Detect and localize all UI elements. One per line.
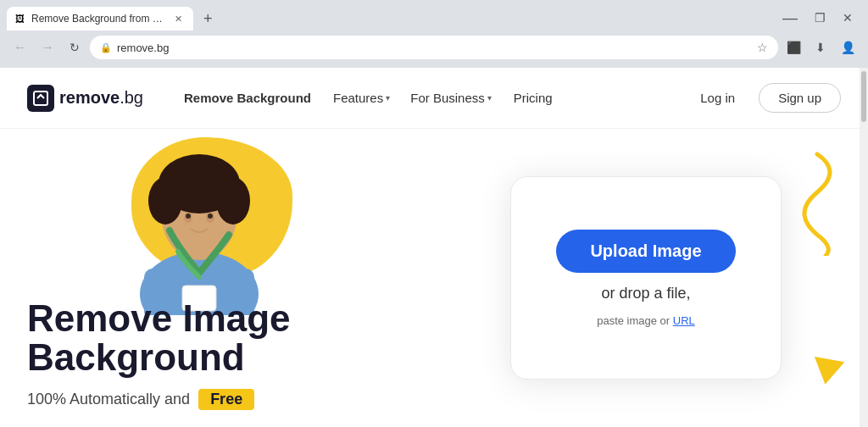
hero-text: Remove Image Background 100% Automatical… xyxy=(27,299,291,410)
bookmark-icon[interactable]: ☆ xyxy=(757,41,768,54)
download-button[interactable]: ⬇ xyxy=(809,36,832,59)
browser-tab[interactable]: 🖼 Remove Background from Ima... ✕ xyxy=(7,7,193,30)
drop-text: or drop a file, xyxy=(601,285,690,302)
new-tab-button[interactable]: + xyxy=(197,7,220,30)
person-image xyxy=(110,129,288,315)
svg-point-8 xyxy=(186,214,191,219)
svg-point-5 xyxy=(216,177,250,225)
free-badge: Free xyxy=(198,389,254,410)
window-controls: — ❐ ✕ xyxy=(774,8,861,27)
forward-button[interactable]: → xyxy=(36,36,59,59)
page-scrollbar[interactable] xyxy=(860,68,868,427)
url-link[interactable]: URL xyxy=(673,314,695,327)
login-button[interactable]: Log in xyxy=(685,84,750,112)
features-chevron-icon: ▾ xyxy=(386,93,390,103)
hero-right: Upload Image or drop a file, paste image… xyxy=(424,129,868,427)
extensions-button[interactable]: ⬛ xyxy=(782,36,805,59)
nav-features[interactable]: Features ▾ xyxy=(325,84,398,112)
hero-title: Remove Image Background xyxy=(27,299,291,377)
back-button[interactable]: ← xyxy=(8,36,32,59)
signup-button[interactable]: Sign up xyxy=(759,83,841,113)
nav-for-business[interactable]: For Business ▾ xyxy=(402,84,500,112)
nav-pricing[interactable]: Pricing xyxy=(504,84,563,112)
hero-left: Remove Image Background 100% Automatical… xyxy=(0,129,424,427)
hero-section: Remove Image Background 100% Automatical… xyxy=(0,129,868,427)
reload-button[interactable]: ↻ xyxy=(63,36,86,59)
url-text: remove.bg xyxy=(117,42,752,54)
person-svg xyxy=(110,129,288,315)
browser-titlebar: 🖼 Remove Background from Ima... ✕ + — ❐ … xyxy=(0,0,868,30)
triangle-decoration xyxy=(810,357,845,387)
maximize-button[interactable]: ❐ xyxy=(806,9,834,26)
drop-sub: paste image or URL xyxy=(597,314,695,327)
navbar: remove.bg Remove Background Features ▾ F… xyxy=(0,68,868,129)
logo-text: remove.bg xyxy=(59,88,143,108)
svg-point-9 xyxy=(208,214,213,219)
squiggle-decoration xyxy=(783,146,851,256)
tab-favicon: 🖼 xyxy=(15,14,25,24)
for-business-chevron-icon: ▾ xyxy=(487,93,492,103)
lock-icon: 🔒 xyxy=(100,42,112,53)
logo-icon xyxy=(27,85,54,112)
profile-button[interactable]: 👤 xyxy=(836,36,860,59)
nav-links: Remove Background Features ▾ For Busines… xyxy=(174,84,685,112)
nav-actions: Log in Sign up xyxy=(685,83,841,113)
tab-close-icon[interactable]: ✕ xyxy=(172,12,185,26)
scrollbar-thumb[interactable] xyxy=(861,71,866,122)
upload-button[interactable]: Upload Image xyxy=(556,230,735,273)
nav-remove-background[interactable]: Remove Background xyxy=(174,84,321,112)
svg-rect-0 xyxy=(34,92,47,105)
address-bar-row: ← → ↻ 🔒 remove.bg ☆ ⬛ ⬇ 👤 xyxy=(0,30,868,68)
minimize-button[interactable]: — xyxy=(774,8,806,27)
address-bar[interactable]: 🔒 remove.bg ☆ xyxy=(90,36,778,59)
page-content: remove.bg Remove Background Features ▾ F… xyxy=(0,68,868,427)
svg-point-4 xyxy=(148,177,182,225)
upload-card[interactable]: Upload Image or drop a file, paste image… xyxy=(510,176,782,380)
tab-title: Remove Background from Ima... xyxy=(31,13,165,25)
close-button[interactable]: ✕ xyxy=(834,9,861,26)
hero-subtitle: 100% Automatically and Free xyxy=(27,389,291,410)
logo[interactable]: remove.bg xyxy=(27,85,143,112)
